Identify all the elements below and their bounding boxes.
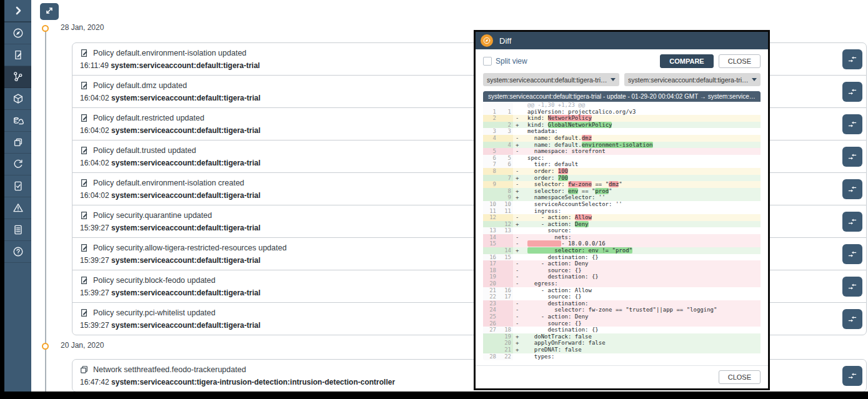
- old-line-number: [483, 102, 498, 109]
- event-meta: 16:04:02 system:serviceaccount:default:t…: [80, 191, 261, 200]
- diff-code: tier: default: [524, 161, 761, 168]
- copy-icon: [79, 365, 89, 375]
- revision-select-1[interactable]: system:serviceaccount:default:tigera-tri…: [483, 73, 619, 86]
- sidebar-item-share[interactable]: [4, 66, 31, 88]
- diff-line: 2217 source: {}: [483, 293, 761, 300]
- diff-line: 65spec:: [483, 155, 761, 162]
- diff-marker: [513, 327, 524, 333]
- old-line-number: 22: [483, 293, 498, 300]
- open-diff-button[interactable]: [842, 244, 862, 264]
- new-line-number: 3: [498, 128, 513, 135]
- timeline-date-dot: [42, 25, 49, 32]
- diff-line: 12+ - action: Deny: [483, 221, 761, 228]
- diff-line: 4- name: default.dmz: [483, 135, 761, 142]
- open-diff-button[interactable]: [842, 277, 862, 297]
- edit-icon: [79, 178, 89, 190]
- edit-icon: [79, 243, 89, 253]
- open-diff-button[interactable]: [842, 49, 862, 69]
- diff-code: kind: GlobalNetworkPolicy: [524, 122, 761, 129]
- diff-marker: [513, 102, 524, 109]
- split-view-label: Split view: [496, 57, 527, 66]
- sidebar-item-chevron-right[interactable]: [4, 0, 31, 22]
- event-time: 16:04:02: [80, 159, 111, 167]
- new-line-number: 20: [498, 340, 513, 347]
- old-line-number: 20: [483, 280, 498, 287]
- event-meta: 15:39:27 system:serviceaccount:default:t…: [80, 288, 261, 297]
- compass-icon: [12, 27, 24, 39]
- timeline-date-label: 28 Jan, 2020: [61, 23, 104, 32]
- new-line-number: 14: [498, 247, 513, 254]
- footer-close-button[interactable]: CLOSE: [719, 370, 761, 384]
- close-button[interactable]: CLOSE: [719, 54, 761, 68]
- new-line-number: 4: [498, 142, 513, 149]
- diff-marker: +: [513, 188, 524, 195]
- doc-list-icon: [12, 224, 24, 236]
- expand-icon: [44, 5, 55, 18]
- diff-code: - action: Allow: [524, 287, 761, 294]
- diff-code: kind: NetworkPolicy: [524, 115, 761, 122]
- edit-icon: [79, 113, 89, 126]
- event-meta: 16:04:02 system:serviceaccount:default:t…: [80, 159, 261, 167]
- open-diff-button[interactable]: [842, 114, 862, 134]
- old-line-number: [483, 347, 498, 353]
- open-diff-button[interactable]: [842, 366, 862, 386]
- doc-check-icon: [12, 180, 24, 192]
- diff-code: source: {}: [524, 267, 761, 274]
- sidebar-item-refresh[interactable]: [4, 154, 31, 175]
- compare-icon: [847, 313, 858, 325]
- diff-line: 2822 types:: [483, 353, 761, 360]
- timeline-date-label: 20 Jan, 2020: [61, 341, 104, 350]
- event-meta: 15:39:27 system:serviceaccount:default:t…: [80, 256, 261, 265]
- event-time: 15:39:27: [80, 256, 111, 265]
- diff-line: 5- namespace: storefront: [483, 148, 761, 155]
- timeline-date-dot: [42, 343, 49, 350]
- sidebar-item-doc-list[interactable]: [4, 219, 31, 241]
- diff-marker: [513, 128, 524, 135]
- compare-button[interactable]: COMPARE: [660, 54, 713, 68]
- event-meta: 16:11:49 system:serviceaccount:default:t…: [80, 61, 260, 70]
- diff-code: doNotTrack: false: [524, 333, 761, 340]
- timeline-rail: [45, 29, 46, 392]
- sidebar-item-layers[interactable]: [4, 132, 31, 154]
- expand-timeline-button[interactable]: [40, 3, 59, 20]
- compare-icon: [847, 184, 858, 195]
- diff-marker: -: [513, 240, 524, 247]
- sidebar-item-cloud-db[interactable]: [4, 110, 31, 132]
- open-diff-button[interactable]: [842, 212, 862, 232]
- sidebar-item-compass[interactable]: [4, 22, 31, 44]
- revision-select-value: system:serviceaccount:default:tigera-tri…: [487, 76, 611, 84]
- sidebar-item-cube[interactable]: [4, 88, 31, 110]
- open-diff-button[interactable]: [842, 147, 862, 167]
- share-icon: [12, 71, 24, 83]
- event-title: Policy security.allow-tigera-restricted-…: [93, 244, 287, 252]
- sidebar-item-warning[interactable]: [4, 197, 31, 219]
- sidebar-item-doc-check[interactable]: [4, 175, 31, 197]
- split-view-checkbox[interactable]: [483, 57, 492, 66]
- open-diff-button[interactable]: [842, 179, 862, 199]
- compare-icon: [847, 370, 858, 382]
- revision-select-2[interactable]: system:serviceaccount:default:tigera-tri…: [624, 73, 761, 86]
- diff-marker: -: [513, 267, 524, 274]
- chevron-down-icon: [752, 78, 757, 81]
- diff-marker: +: [513, 221, 524, 228]
- open-diff-button[interactable]: [842, 309, 862, 329]
- diff-code: selector: env != "prod": [524, 247, 761, 254]
- new-line-number: [498, 102, 513, 109]
- open-diff-button[interactable]: [842, 82, 862, 102]
- chevron-down-icon: [611, 78, 616, 81]
- diff-line: 9- selector: fw-zone == "dmz": [483, 181, 761, 188]
- diff-code: order: 700: [524, 175, 761, 182]
- old-line-number: [483, 175, 498, 182]
- split-view-toggle[interactable]: Split view: [483, 57, 527, 66]
- diff-marker: -: [513, 148, 524, 155]
- sidebar-item-help[interactable]: [4, 241, 31, 263]
- new-line-number: 5: [498, 155, 513, 162]
- diff-marker: [513, 353, 524, 360]
- old-line-number: 3: [483, 128, 498, 135]
- old-line-number: 28: [483, 353, 498, 360]
- diff-marker: -: [513, 115, 524, 122]
- old-line-number: 10: [483, 201, 498, 208]
- old-line-number: 19: [483, 273, 498, 280]
- event-title: Policy default.environment-isolation cre…: [93, 179, 244, 187]
- sidebar-item-edit-doc[interactable]: [4, 44, 31, 66]
